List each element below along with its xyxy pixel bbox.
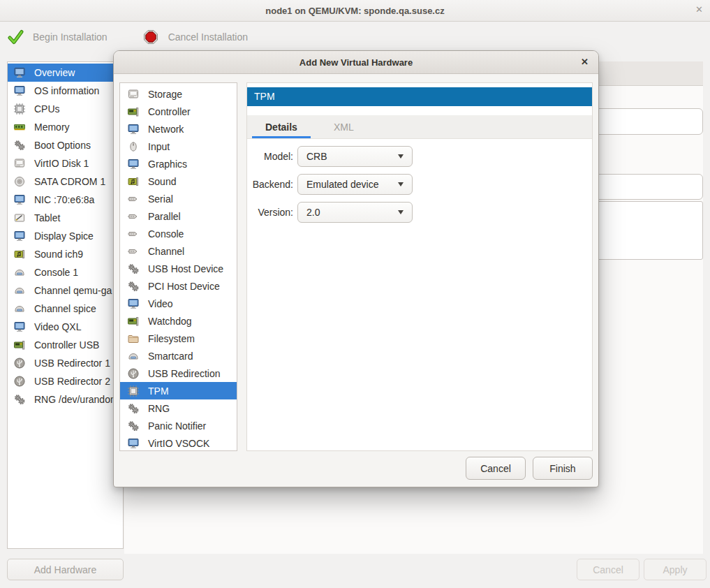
sidebar-item-rng-dev-urandom[interactable]: RNG /dev/urandom — [8, 390, 123, 409]
model-row: Model: CRB — [247, 146, 592, 167]
gears-icon — [13, 393, 26, 406]
item-label: USB Host Device — [148, 263, 223, 274]
hw-item-smartcard[interactable]: Smartcard — [120, 347, 237, 365]
plug-icon — [127, 228, 140, 240]
vm-hardware-sidebar: OverviewOS informationCPUsMemoryBoot Opt… — [7, 61, 124, 549]
sidebar-item-memory[interactable]: Memory — [8, 118, 123, 136]
hw-item-usb-redirection[interactable]: USB Redirection — [120, 365, 237, 382]
sidebar-item-virtio-disk-1[interactable]: VirtIO Disk 1 — [8, 154, 123, 172]
hw-item-watchdog[interactable]: Watchdog — [120, 312, 237, 330]
hw-item-virtio-vsock[interactable]: VirtIO VSOCK — [120, 434, 237, 451]
card-icon — [127, 315, 140, 328]
stop-icon — [142, 29, 159, 45]
item-label: Input — [148, 141, 170, 152]
sidebar-item-os-information[interactable]: OS information — [8, 82, 123, 100]
hw-item-input[interactable]: Input — [120, 138, 237, 155]
sidebar-item-usb-redirector-2[interactable]: USB Redirector 2 — [8, 372, 123, 390]
item-label: CPUs — [34, 103, 60, 115]
item-label: Filesystem — [148, 333, 195, 344]
item-label: Serial — [148, 193, 173, 205]
card-icon — [127, 105, 140, 118]
item-label: Sound ich9 — [34, 249, 83, 260]
cdrom-icon — [13, 175, 26, 188]
memory-icon — [13, 121, 26, 133]
add-hardware-button[interactable]: Add Hardware — [7, 559, 124, 580]
toolbar: Begin Installation Cancel Installation — [0, 22, 710, 52]
gears-icon — [127, 280, 140, 293]
cancel-installation-label: Cancel Installation — [168, 31, 248, 43]
hw-item-console[interactable]: Console — [120, 225, 237, 242]
item-label: Channel qemu-ga — [34, 285, 112, 296]
hw-item-storage[interactable]: Storage — [120, 85, 237, 103]
hw-item-serial[interactable]: Serial — [120, 190, 237, 207]
sidebar-item-video-qxl[interactable]: Video QXL — [8, 318, 123, 336]
backend-dropdown[interactable]: Emulated device — [297, 174, 413, 195]
sound-icon — [13, 248, 26, 260]
tab-details[interactable]: Details — [247, 115, 316, 138]
hw-item-controller[interactable]: Controller — [120, 103, 237, 120]
window-close-icon[interactable]: ✕ — [695, 4, 703, 15]
begin-installation-button[interactable]: Begin Installation — [7, 24, 108, 50]
hw-item-usb-host-device[interactable]: USB Host Device — [120, 260, 237, 277]
hw-item-parallel[interactable]: Parallel — [120, 207, 237, 225]
sidebar-item-overview[interactable]: Overview — [8, 64, 123, 82]
sidebar-item-controller-usb[interactable]: Controller USB — [8, 336, 123, 354]
monitor-icon — [13, 230, 26, 242]
item-label: Storage — [148, 89, 182, 100]
sidebar-item-usb-redirector-1[interactable]: USB Redirector 1 — [8, 354, 123, 372]
monitor-icon — [127, 437, 140, 450]
chip-icon — [127, 385, 140, 397]
item-label: Network — [148, 124, 184, 135]
item-label: Panic Notifier — [148, 420, 206, 432]
usb-icon — [13, 357, 26, 369]
hw-item-channel[interactable]: Channel — [120, 242, 237, 260]
disk-icon — [127, 88, 140, 101]
cancel-installation-button[interactable]: Cancel Installation — [142, 24, 248, 50]
window-title: node1 on QEMU/KVM: sponde.qa.suse.cz — [265, 6, 444, 16]
chevron-down-icon — [398, 182, 404, 186]
panel-tabstrip: Details XML — [247, 115, 592, 139]
backend-label: Backend: — [247, 179, 297, 190]
hw-item-rng[interactable]: RNG — [120, 399, 237, 417]
hw-item-video[interactable]: Video — [120, 295, 237, 312]
model-dropdown[interactable]: CRB — [297, 146, 413, 167]
version-dropdown[interactable]: 2.0 — [297, 202, 413, 223]
hw-item-network[interactable]: Network — [120, 120, 237, 138]
dialog-title: Add New Virtual Hardware — [299, 57, 413, 68]
hw-item-panic-notifier[interactable]: Panic Notifier — [120, 417, 237, 434]
dialog-cancel-button[interactable]: Cancel — [466, 457, 526, 480]
sidebar-item-boot-options[interactable]: Boot Options — [8, 136, 123, 154]
hw-item-tpm[interactable]: TPM — [120, 382, 237, 399]
sidebar-item-sound-ich9[interactable]: Sound ich9 — [8, 245, 123, 263]
item-label: PCI Host Device — [148, 281, 220, 292]
sidebar-item-console-1[interactable]: Console 1 — [8, 263, 123, 281]
hw-item-filesystem[interactable]: Filesystem — [120, 330, 237, 347]
monitor-icon — [13, 321, 26, 333]
sidebar-item-sata-cdrom-1[interactable]: SATA CDROM 1 — [8, 172, 123, 191]
monitor-icon — [127, 123, 140, 135]
gears-icon — [13, 139, 26, 152]
item-label: Graphics — [148, 159, 187, 170]
hw-item-pci-host-device[interactable]: PCI Host Device — [120, 277, 237, 295]
item-label: Controller — [148, 106, 191, 117]
tab-xml[interactable]: XML — [316, 115, 372, 138]
sidebar-item-channel-spice[interactable]: Channel spice — [8, 300, 123, 318]
panel-header: TPM — [247, 87, 592, 106]
chevron-down-icon — [398, 210, 404, 214]
sidebar-item-display-spice[interactable]: Display Spice — [8, 227, 123, 245]
chip-icon — [13, 103, 26, 115]
sidebar-item-tablet[interactable]: Tablet — [8, 209, 123, 227]
item-label: RNG — [148, 403, 170, 414]
hw-item-sound[interactable]: Sound — [120, 172, 237, 190]
item-label: Console 1 — [34, 267, 78, 278]
sidebar-item-cpus[interactable]: CPUs — [8, 100, 123, 118]
hw-item-graphics[interactable]: Graphics — [120, 155, 237, 172]
item-label: USB Redirector 1 — [34, 358, 110, 369]
sidebar-item-nic-70-e6-8a[interactable]: NIC :70:e6:8a — [8, 191, 123, 209]
item-label: Parallel — [148, 211, 181, 222]
mouse-icon — [127, 140, 140, 153]
sidebar-item-channel-qemu-ga[interactable]: Channel qemu-ga — [8, 281, 123, 300]
dialog-close-icon[interactable]: ✕ — [581, 57, 589, 67]
dialog-finish-button[interactable]: Finish — [533, 457, 593, 480]
monitor-icon — [127, 297, 140, 310]
